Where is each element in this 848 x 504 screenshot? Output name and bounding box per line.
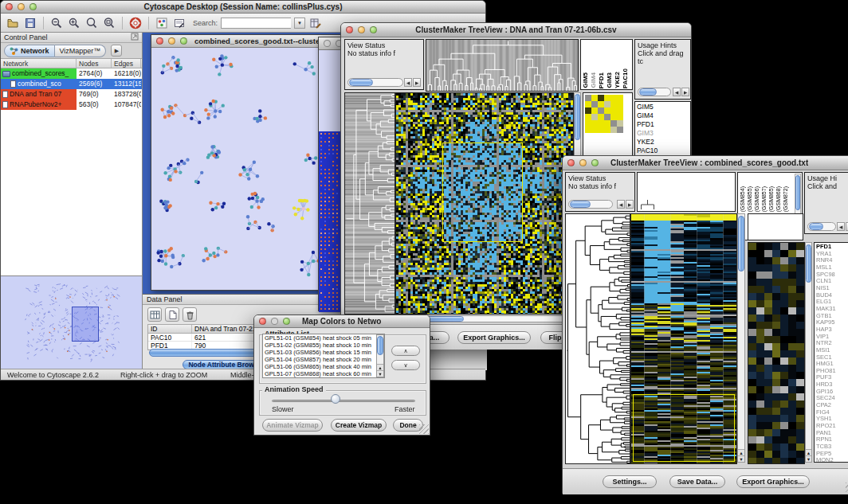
status-scrollbar[interactable] xyxy=(568,200,613,209)
attribute-list-item[interactable]: GPL51-01 (GSM854) heat shock 05 min xyxy=(263,334,384,342)
zoom-fit-icon[interactable] xyxy=(102,16,116,30)
gene-label[interactable]: PAN1 xyxy=(816,430,848,437)
gene-label[interactable]: NIS1 xyxy=(816,285,848,292)
gene-label[interactable]: PAC10 xyxy=(637,147,689,155)
hints-scrollbar-thumb[interactable] xyxy=(809,223,823,230)
gene-label[interactable]: BUD4 xyxy=(816,292,848,299)
heatmap-canvas[interactable] xyxy=(630,213,737,464)
dialog-titlebar[interactable]: Map Colors to Network xyxy=(254,315,430,328)
scroll-right-arrow[interactable]: ▶ xyxy=(681,88,689,96)
gene-label[interactable]: YRA1 xyxy=(816,251,848,258)
gene-label[interactable]: HRD3 xyxy=(816,381,848,389)
tab-network[interactable]: Network xyxy=(4,45,55,57)
gene-label[interactable]: ELG1 xyxy=(816,299,848,306)
animate-vizmap-button[interactable]: Animate Vizmap xyxy=(262,419,323,432)
column-label[interactable]: GIM5 xyxy=(582,72,590,88)
gene-label[interactable]: GIM4 xyxy=(637,111,689,120)
tab-vizmapper[interactable]: VizMapper™ xyxy=(55,45,107,57)
scrollbar-thumb[interactable] xyxy=(806,244,811,283)
gene-label[interactable]: RNR4 xyxy=(816,257,848,264)
vizmapper-icon[interactable] xyxy=(155,16,169,30)
close-button[interactable] xyxy=(324,40,331,47)
search-input[interactable] xyxy=(221,18,291,29)
move-down-button[interactable]: ∨ xyxy=(391,360,420,370)
scroll-up-arrow[interactable]: ▲ xyxy=(806,449,811,455)
minimize-button[interactable] xyxy=(18,3,25,10)
scroll-up-arrow[interactable]: ▲ xyxy=(377,364,383,370)
attribute-list-item[interactable]: GPL51-03 (GSM856) heat shock 15 min xyxy=(263,349,384,356)
column-label[interactable]: GIM4 xyxy=(590,72,598,88)
zoom-out-icon[interactable] xyxy=(49,16,64,30)
column-label[interactable]: PAC10 xyxy=(622,68,630,88)
resize-grip[interactable] xyxy=(419,424,429,434)
maximize-button[interactable] xyxy=(370,26,377,33)
minimize-button[interactable] xyxy=(579,159,587,166)
minimize-button[interactable] xyxy=(168,37,175,45)
network-list-row[interactable]: DNA and Tran 07769(0)183728(0) xyxy=(1,89,142,100)
status-scrollbar[interactable] xyxy=(347,78,403,87)
scroll-left-arrow[interactable]: ◀ xyxy=(673,88,681,96)
gene-label[interactable]: YKE2 xyxy=(637,138,689,147)
attribute-list-item[interactable]: GPL51-02 (GSM855) heat shock 10 min xyxy=(263,342,384,349)
scrollbar-thumb[interactable] xyxy=(575,94,580,140)
zoom-in-icon[interactable] xyxy=(67,16,81,30)
open-file-icon[interactable] xyxy=(6,16,20,30)
attribute-list-scrollbar[interactable]: ▲ ▼ xyxy=(376,334,384,377)
scrollbar-thumb[interactable] xyxy=(738,216,744,272)
gene-label[interactable]: PFD1 xyxy=(637,120,689,129)
scroll-left-arrow[interactable]: ◀ xyxy=(837,222,845,231)
tv2-save-data-button[interactable]: Save Data... xyxy=(669,475,725,488)
column-dendrogram-canvas[interactable] xyxy=(426,39,579,92)
gene-label[interactable]: HMG1 xyxy=(816,361,848,368)
scroll-right-arrow[interactable]: ▶ xyxy=(413,78,421,87)
gene-label[interactable]: SEC1 xyxy=(816,354,848,361)
gene-label[interactable]: MON2 xyxy=(816,457,848,463)
tv2-export-graphics-button[interactable]: Export Graphics... xyxy=(736,475,810,488)
gene-label[interactable]: FIG4 xyxy=(816,409,848,416)
network-overview-panel[interactable] xyxy=(1,275,142,370)
attribute-browser-icon[interactable] xyxy=(308,16,323,30)
scrollbar-thumb[interactable] xyxy=(377,336,383,355)
zoom-selected-icon[interactable] xyxy=(84,16,99,30)
help-lifering-icon[interactable] xyxy=(128,16,143,30)
column-label[interactable]: GIM3 xyxy=(606,72,614,88)
minimize-button[interactable] xyxy=(358,26,365,33)
delete-attribute-icon[interactable] xyxy=(183,307,197,322)
treeview2-titlebar[interactable]: ClusterMaker TreeView : combined_scores_… xyxy=(563,156,848,170)
treeview1-titlebar[interactable]: ClusterMaker TreeView : DNA and Tran 07-… xyxy=(341,23,691,37)
scroll-down-arrow[interactable]: ▼ xyxy=(738,455,744,462)
gene-label[interactable]: YSH1 xyxy=(816,416,848,423)
hints-scrollbar[interactable] xyxy=(807,222,836,231)
tv2-settings-button[interactable]: Settings... xyxy=(603,475,657,488)
gene-label[interactable]: CPA2 xyxy=(816,402,848,409)
network-list-row[interactable]: combined_sco2569(6)13112(15) xyxy=(1,79,142,89)
tv1-export-graphics-button[interactable]: Export Graphics... xyxy=(457,331,531,344)
gene-label[interactable]: KAP95 xyxy=(816,319,848,326)
column-label[interactable]: PFD1 xyxy=(598,72,606,88)
gene-label[interactable]: NTR2 xyxy=(816,340,848,347)
search-dropdown-icon[interactable]: ▼ xyxy=(294,18,305,29)
create-vizmap-button[interactable]: Create Vizmap xyxy=(331,419,387,432)
new-attribute-icon[interactable] xyxy=(165,307,179,322)
row-dendrogram-canvas[interactable] xyxy=(344,92,395,315)
scroll-left-arrow[interactable]: ◀ xyxy=(617,200,625,209)
status-scrollbar-thumb[interactable] xyxy=(570,201,591,208)
gene-label[interactable]: VIP1 xyxy=(816,334,848,341)
cytoscape-titlebar[interactable]: Cytoscape Desktop (Session Name: collins… xyxy=(1,1,485,14)
scroll-up-arrow[interactable]: ▲ xyxy=(738,449,744,455)
attribute-select-icon[interactable] xyxy=(147,307,162,322)
network-list-row[interactable]: RNAPuberNov2+563(0)107847(0) xyxy=(1,100,142,110)
attribute-list[interactable]: GPL51-01 (GSM854) heat shock 05 minGPL51… xyxy=(262,334,385,378)
gene-label[interactable]: HAP3 xyxy=(816,326,848,334)
heatmap-vertical-scrollbar[interactable]: ▲ ▼ xyxy=(737,213,745,463)
close-button[interactable] xyxy=(567,159,575,166)
scrollbar-thumb[interactable] xyxy=(795,175,800,210)
gene-label[interactable]: RPO21 xyxy=(816,423,848,430)
gene-label[interactable]: GTB1 xyxy=(816,313,848,320)
move-up-button[interactable]: ∧ xyxy=(391,346,420,356)
gene-label[interactable]: RPN1 xyxy=(816,436,848,443)
row-dendrogram-canvas[interactable] xyxy=(565,213,630,464)
column-dendrogram-panel[interactable] xyxy=(637,172,736,212)
gene-label[interactable]: GIM3 xyxy=(637,129,689,138)
heatmap-canvas[interactable] xyxy=(395,92,574,315)
